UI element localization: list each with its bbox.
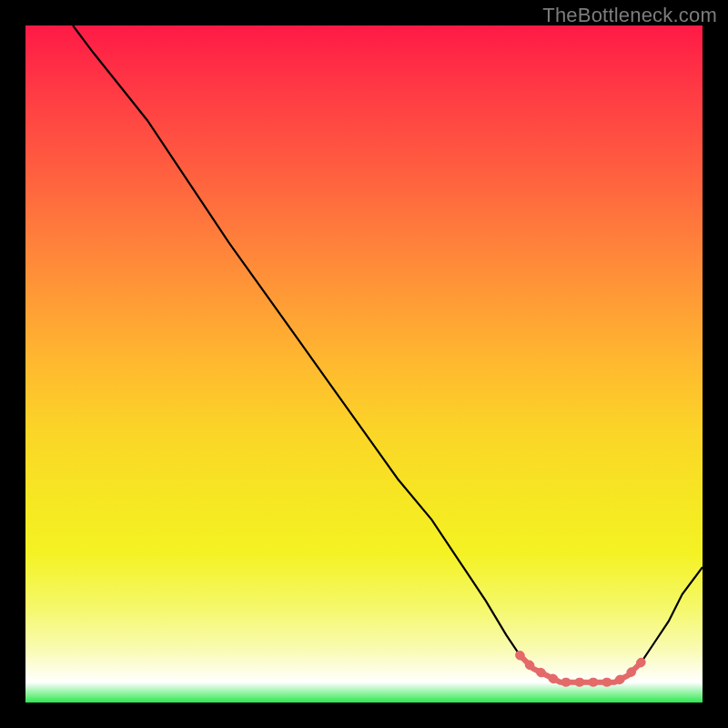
curve-layer [25,25,703,703]
chart-stage: TheBottleneck.com [0,0,728,728]
plot-area [25,25,703,703]
black-curve [73,25,703,682]
watermark-text: TheBottleneck.com [542,4,717,27]
